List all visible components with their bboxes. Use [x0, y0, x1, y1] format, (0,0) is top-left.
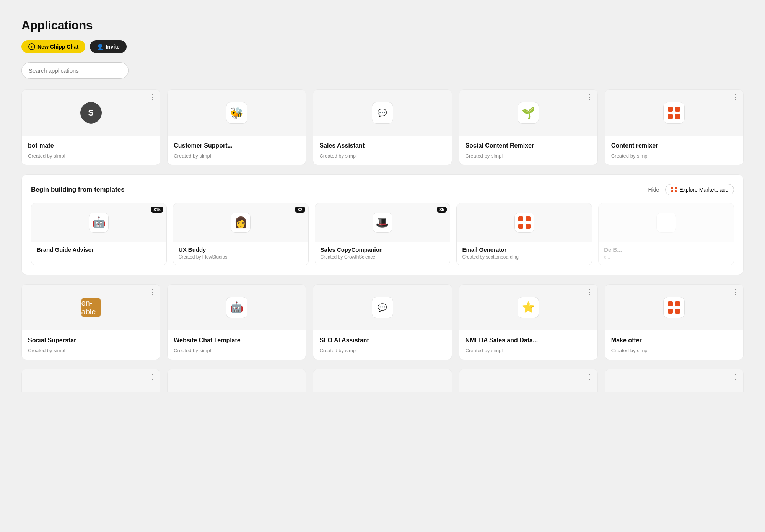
- template-card-de-b[interactable]: De B... c...: [598, 203, 734, 265]
- template-card-brand-guide-advisor[interactable]: 🤖 $15 Brand Guide Advisor: [31, 203, 167, 265]
- app-card-partial-2[interactable]: ⋮: [167, 369, 306, 392]
- app-card-menu-icon[interactable]: ⋮: [732, 288, 739, 295]
- app-icon-nmeda: ⭐: [518, 297, 539, 318]
- app-card-partial-3[interactable]: ⋮: [313, 369, 452, 392]
- marketplace-icon: [671, 187, 677, 193]
- app-card-website-chat-template[interactable]: 🤖 ⋮ Website Chat Template Created by sim…: [167, 284, 306, 360]
- template-icon-de-b: [656, 213, 676, 233]
- app-card-menu-icon[interactable]: ⋮: [586, 94, 594, 101]
- invite-button[interactable]: 👤 Invite: [90, 40, 127, 53]
- price-badge-sales-copy: $5: [437, 207, 447, 213]
- app-card-top: 🐝 ⋮: [168, 90, 306, 136]
- app-card-creator: Created by simpl: [28, 153, 154, 159]
- app-card-body: Sales Assistant Created by simpl: [313, 136, 451, 165]
- apps-grid-row2: en-able ⋮ Social Superstar Created by si…: [21, 284, 744, 360]
- apps-grid-row3: ⋮ ⋮ ⋮ ⋮ ⋮: [21, 369, 744, 392]
- app-card-customer-support[interactable]: 🐝 ⋮ Customer Support... Created by simpl: [167, 89, 306, 165]
- app-card-top: S ⋮: [22, 90, 160, 136]
- app-card-top: ⋮: [168, 369, 306, 392]
- app-card-body: Content remixer Created by simpl: [605, 136, 743, 165]
- app-card-top: ⋮: [459, 369, 597, 392]
- templates-grid: 🤖 $15 Brand Guide Advisor 👩 $2 UX Buddy …: [31, 203, 734, 265]
- app-icon-social-superstar: en-able: [81, 298, 101, 317]
- app-icon-website-chat: 🤖: [226, 297, 247, 318]
- app-card-menu-icon[interactable]: ⋮: [732, 373, 739, 380]
- hide-button[interactable]: Hide: [648, 187, 659, 193]
- template-card-sales-copy-companion[interactable]: 🎩 $5 Sales CopyCompanion Created by Grow…: [315, 203, 451, 265]
- app-card-menu-icon[interactable]: ⋮: [295, 288, 302, 295]
- app-card-menu-icon[interactable]: ⋮: [295, 373, 302, 380]
- app-card-sales-assistant[interactable]: 💬 ⋮ Sales Assistant Created by simpl: [313, 89, 452, 165]
- svg-rect-2: [668, 114, 673, 119]
- templates-section: Begin building from templates Hide Explo…: [21, 174, 744, 275]
- invite-label: Invite: [106, 44, 120, 50]
- app-card-menu-icon[interactable]: ⋮: [149, 94, 156, 101]
- invite-person-icon: 👤: [97, 44, 103, 50]
- orange-grid-svg: [667, 106, 681, 120]
- explore-marketplace-button[interactable]: Explore Marketplace: [665, 184, 734, 195]
- template-card-name: UX Buddy: [179, 246, 303, 253]
- app-card-menu-icon[interactable]: ⋮: [441, 288, 448, 295]
- app-card-body: Customer Support... Created by simpl: [168, 136, 306, 165]
- template-card-email-generator[interactable]: Email Generator Created by scottonboardi…: [456, 203, 592, 265]
- price-badge-ux-buddy: $2: [295, 207, 305, 213]
- template-card-name: De B...: [604, 246, 728, 253]
- app-card-menu-icon[interactable]: ⋮: [441, 373, 448, 380]
- app-card-creator: Created by simpl: [611, 153, 737, 159]
- app-card-partial-4[interactable]: ⋮: [459, 369, 598, 392]
- app-card-partial-1[interactable]: ⋮: [21, 369, 160, 392]
- app-card-creator: Created by simpl: [466, 153, 591, 159]
- app-card-social-superstar[interactable]: en-able ⋮ Social Superstar Created by si…: [21, 284, 160, 360]
- app-card-name: bot-mate: [28, 142, 154, 150]
- svg-rect-7: [675, 190, 677, 192]
- app-card-top: en-able ⋮: [22, 285, 160, 330]
- app-card-menu-icon[interactable]: ⋮: [441, 94, 448, 101]
- app-card-menu-icon[interactable]: ⋮: [149, 288, 156, 295]
- app-card-top: ⭐ ⋮: [459, 285, 597, 330]
- template-card-top: [457, 203, 592, 242]
- templates-actions: Hide Explore Marketplace: [648, 184, 734, 195]
- svg-rect-1: [675, 107, 680, 112]
- price-badge-brand-guide: $15: [151, 207, 163, 213]
- app-card-name: Social Content Remixer: [466, 142, 591, 150]
- app-card-top: 💬 ⋮: [313, 285, 451, 330]
- svg-rect-4: [671, 187, 673, 189]
- app-card-make-offer[interactable]: ⋮ Make offer Created by simpl: [605, 284, 744, 360]
- search-input[interactable]: [21, 62, 129, 79]
- svg-rect-15: [675, 309, 680, 314]
- app-card-content-remixer[interactable]: ⋮ Content remixer Created by simpl: [605, 89, 744, 165]
- app-card-top: 🌱 ⋮: [459, 90, 597, 136]
- app-card-menu-icon[interactable]: ⋮: [295, 94, 302, 101]
- svg-rect-11: [526, 224, 531, 229]
- app-card-bot-mate[interactable]: S ⋮ bot-mate Created by simpl: [21, 89, 160, 165]
- app-card-name: Sales Assistant: [319, 142, 445, 150]
- template-icon-email-generator: [514, 213, 534, 233]
- new-chipp-chat-button[interactable]: + New Chipp Chat: [21, 40, 85, 53]
- app-card-nmeda-sales[interactable]: ⭐ ⋮ NMEDA Sales and Data... Created by s…: [459, 284, 598, 360]
- app-card-partial-5[interactable]: ⋮: [605, 369, 744, 392]
- app-card-menu-icon[interactable]: ⋮: [586, 288, 594, 295]
- app-card-menu-icon[interactable]: ⋮: [149, 373, 156, 380]
- template-card-top: [599, 203, 734, 242]
- template-card-top: 🤖 $15: [31, 203, 166, 242]
- template-card-top: 🎩 $5: [315, 203, 450, 242]
- app-card-body: Website Chat Template Created by simpl: [168, 330, 306, 360]
- template-icon-sales-copy: 🎩: [373, 213, 392, 233]
- app-card-menu-icon[interactable]: ⋮: [732, 94, 739, 101]
- app-card-body: NMEDA Sales and Data... Created by simpl: [459, 330, 597, 360]
- app-card-creator: Created by simpl: [319, 348, 445, 353]
- template-card-ux-buddy[interactable]: 👩 $2 UX Buddy Created by FlowStudios: [173, 203, 309, 265]
- app-card-body: Make offer Created by simpl: [605, 330, 743, 360]
- template-card-name: Email Generator: [462, 246, 586, 253]
- explore-label: Explore Marketplace: [679, 187, 728, 193]
- app-card-name: Make offer: [611, 337, 737, 345]
- svg-rect-12: [668, 301, 673, 306]
- apps-grid-row1: S ⋮ bot-mate Created by simpl 🐝 ⋮ Custom…: [21, 89, 744, 165]
- app-card-creator: Created by simpl: [174, 348, 299, 353]
- app-card-menu-icon[interactable]: ⋮: [586, 373, 594, 380]
- app-card-name: SEO AI Assistant: [319, 337, 445, 345]
- app-card-creator: Created by simpl: [466, 348, 591, 353]
- app-card-seo-ai-assistant[interactable]: 💬 ⋮ SEO AI Assistant Created by simpl: [313, 284, 452, 360]
- app-card-social-content-remixer[interactable]: 🌱 ⋮ Social Content Remixer Created by si…: [459, 89, 598, 165]
- app-card-top: 🤖 ⋮: [168, 285, 306, 330]
